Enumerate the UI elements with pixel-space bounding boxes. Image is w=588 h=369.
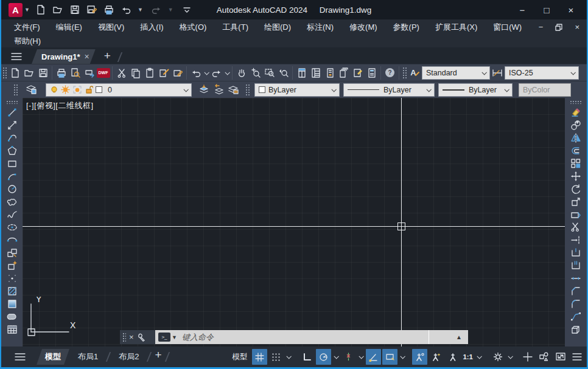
save-button[interactable] <box>36 66 50 80</box>
paste-button[interactable] <box>142 66 156 80</box>
trim-button[interactable] <box>568 221 584 233</box>
publish-button[interactable] <box>82 66 96 80</box>
toolbar-grip[interactable] <box>6 100 18 104</box>
cut-button[interactable] <box>114 66 128 80</box>
dwf-button[interactable]: DWF <box>96 66 110 80</box>
grid-toggle[interactable] <box>252 349 267 365</box>
menu-insert[interactable]: 插入(I) <box>132 22 171 33</box>
design-center-button[interactable] <box>309 66 323 80</box>
toolbar-grip[interactable] <box>2 67 7 79</box>
toolbar-grip[interactable] <box>13 84 18 96</box>
workspace-dropdown-icon[interactable] <box>506 349 514 365</box>
rectangle-button[interactable] <box>4 157 20 170</box>
explode-button[interactable] <box>568 323 584 336</box>
acad-logo-icon[interactable]: A <box>9 3 23 17</box>
layer-previous-button[interactable] <box>211 83 226 97</box>
new-layout-button[interactable]: + <box>155 348 161 363</box>
menu-express-tools[interactable]: 扩展工具(X) <box>427 22 485 33</box>
region-button[interactable] <box>4 310 20 323</box>
layer-on-bulb-icon[interactable] <box>50 86 58 94</box>
clean-screen-button[interactable] <box>553 349 568 365</box>
layer-unlock-icon[interactable] <box>85 85 93 94</box>
doc-restore-button[interactable] <box>555 24 562 31</box>
plot-preview-button[interactable] <box>68 66 82 80</box>
undo-button[interactable] <box>119 2 133 17</box>
toolbar-grip[interactable] <box>570 100 582 104</box>
snap-dropdown-icon[interactable] <box>285 349 292 365</box>
new-button[interactable] <box>8 66 22 80</box>
match-properties-button[interactable] <box>156 66 170 80</box>
object-snap-toggle[interactable] <box>366 349 381 365</box>
menu-tools[interactable]: 工具(T) <box>214 22 256 33</box>
move-button[interactable] <box>568 170 584 182</box>
construction-line-button[interactable] <box>4 119 20 131</box>
quick-calc-button[interactable] <box>365 66 379 80</box>
break-button[interactable] <box>568 259 584 272</box>
command-input-area[interactable]: >_ ▼ <box>155 330 450 344</box>
menu-edit[interactable]: 编辑(E) <box>48 22 90 33</box>
dim-style-select[interactable]: ISO-25 <box>505 66 579 80</box>
ortho-toggle[interactable] <box>299 349 315 365</box>
lineweight-select[interactable]: ByLayer <box>438 83 513 97</box>
open-file-button[interactable] <box>51 2 65 17</box>
undo-button[interactable] <box>189 66 203 80</box>
tab-model[interactable]: 模型 <box>37 349 69 365</box>
linetype-select[interactable]: ByLayer <box>343 83 435 97</box>
text-style-button[interactable]: A <box>408 66 422 80</box>
viewport-controls-label[interactable]: [-][俯视][二维线框] <box>26 100 94 111</box>
doc-close-button[interactable]: × <box>575 22 579 32</box>
line-button[interactable] <box>4 106 20 119</box>
scale-dropdown-icon[interactable] <box>475 349 483 365</box>
doc-minimize-button[interactable]: − <box>539 22 544 32</box>
dimension-style-button[interactable] <box>490 66 505 80</box>
create-block-button[interactable] <box>4 259 20 272</box>
edit-block-button[interactable] <box>170 66 184 80</box>
zoom-realtime-button[interactable] <box>248 66 262 80</box>
layer-properties-manager-button[interactable] <box>24 83 38 97</box>
blend-curves-button[interactable] <box>568 310 584 323</box>
menu-dimension[interactable]: 标注(N) <box>299 22 341 33</box>
file-tabs-menu-icon[interactable] <box>6 49 27 64</box>
properties-palette-button[interactable] <box>295 66 309 80</box>
polar-tracking-toggle[interactable] <box>316 349 331 365</box>
layer-states-button[interactable] <box>226 83 240 97</box>
object-snap-tracking-toggle[interactable] <box>341 349 356 365</box>
hatch-button[interactable] <box>4 285 20 297</box>
pan-button[interactable] <box>234 66 248 80</box>
workspace-gear-button[interactable] <box>490 349 505 365</box>
new-drawing-tab-button[interactable]: + <box>104 49 111 64</box>
insert-block-button[interactable] <box>4 246 20 259</box>
circle-button[interactable] <box>4 182 20 195</box>
fillet-button[interactable] <box>568 297 584 310</box>
text-style-select[interactable]: Standard <box>422 66 490 80</box>
toolbar-grip[interactable] <box>402 67 407 79</box>
save-button[interactable] <box>68 2 82 17</box>
menu-draw[interactable]: 绘图(D) <box>256 22 299 33</box>
doc-tab-drawing1[interactable]: Drawing1* × <box>32 49 96 64</box>
open-button[interactable] <box>22 66 36 80</box>
spline-button[interactable] <box>4 208 20 221</box>
qat-overflow-button[interactable] <box>180 2 194 17</box>
copy-clip-button[interactable] <box>128 66 142 80</box>
tool-palettes-button[interactable] <box>323 66 337 80</box>
annotation-scale-value[interactable]: 1:1 <box>461 353 474 360</box>
point-button[interactable] <box>4 272 20 285</box>
erase-button[interactable] <box>568 106 584 119</box>
otrack-dropdown-icon[interactable] <box>357 349 365 365</box>
menu-file[interactable]: 文件(F) <box>6 22 48 33</box>
gradient-button[interactable] <box>4 297 20 310</box>
redo-dropdown-icon[interactable]: ▼ <box>168 7 173 13</box>
maximize-button[interactable]: □ <box>534 1 559 19</box>
selection-cycling-button[interactable] <box>536 349 551 365</box>
menu-modify[interactable]: 修改(M) <box>341 22 385 33</box>
plot-button[interactable] <box>54 66 68 80</box>
layer-viewport-freeze-icon[interactable] <box>72 85 82 94</box>
table-button[interactable] <box>4 323 20 336</box>
dynamic-input-toggle[interactable] <box>382 349 397 365</box>
minimize-button[interactable]: − <box>510 1 534 19</box>
command-history-arrow[interactable]: ▲ <box>450 330 468 344</box>
customize-button[interactable] <box>569 349 584 365</box>
polygon-button[interactable] <box>4 144 20 157</box>
break-at-point-button[interactable] <box>568 246 584 259</box>
zoom-window-button[interactable] <box>262 66 276 80</box>
